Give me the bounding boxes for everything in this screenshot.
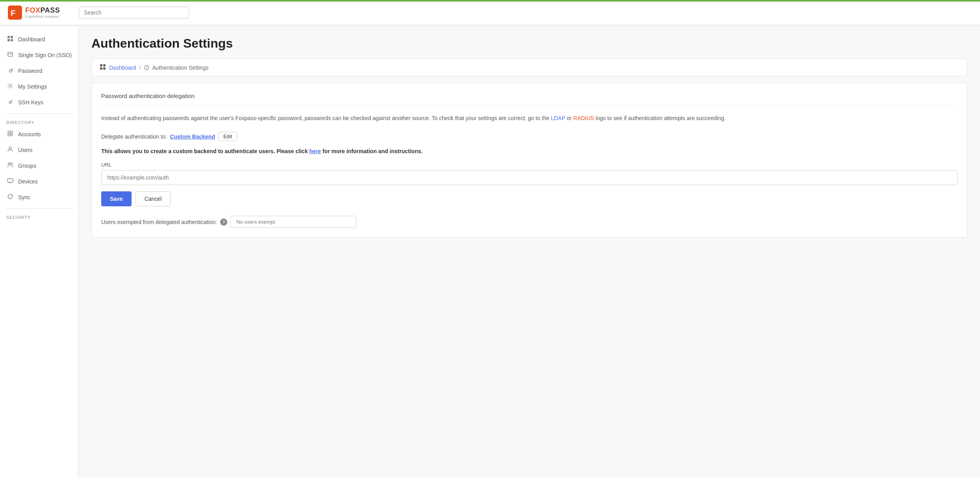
- sidebar-divider-1: [6, 113, 72, 114]
- logo-name: FOXPASS: [25, 6, 60, 15]
- sidebar-label-sync: Sync: [18, 194, 30, 200]
- svg-text:F: F: [11, 9, 15, 17]
- breadcrumb-current: Authentication Settings: [144, 65, 208, 71]
- sidebar-label-sso: Single Sign On (SSO): [18, 52, 72, 58]
- foxpass-logo-icon: F: [8, 6, 22, 20]
- svg-rect-2: [7, 36, 10, 38]
- security-label: SECURITY: [0, 212, 78, 221]
- svg-point-27: [147, 69, 147, 69]
- top-accent-bar: [0, 0, 980, 2]
- svg-rect-5: [11, 39, 13, 41]
- accounts-icon: [6, 130, 14, 138]
- sidebar-label-users: Users: [18, 147, 33, 153]
- logo-subtitle: a splashtop company: [25, 15, 60, 19]
- sidebar-label-ssh-keys: SSH Keys: [18, 99, 43, 106]
- users-icon: [6, 146, 14, 154]
- sidebar-item-my-settings[interactable]: My Settings: [0, 79, 78, 94]
- svg-rect-4: [7, 39, 10, 41]
- svg-point-17: [8, 163, 10, 165]
- breadcrumb-home-icon: [100, 64, 106, 71]
- delegate-value-link[interactable]: Custom Backend: [170, 133, 215, 140]
- svg-rect-12: [8, 131, 10, 133]
- card-section-title: Password authentication delegation: [101, 93, 958, 106]
- sidebar-label-devices: Devices: [18, 178, 38, 185]
- svg-rect-25: [103, 67, 106, 70]
- url-input[interactable]: [101, 170, 958, 185]
- sidebar-label-my-settings: My Settings: [18, 83, 47, 90]
- svg-rect-3: [11, 36, 13, 38]
- cancel-button[interactable]: Cancel: [135, 191, 171, 206]
- dashboard-icon: [6, 35, 14, 43]
- exempt-label: Users exempted from delegated authentica…: [101, 219, 217, 225]
- sidebar-item-ssh-keys[interactable]: SSH Keys: [0, 94, 78, 110]
- delegate-label: Delegate authentication to:: [101, 133, 167, 140]
- exempt-row: Users exempted from delegated authentica…: [101, 216, 958, 228]
- sidebar-item-sso[interactable]: Single Sign On (SSO): [0, 47, 78, 63]
- sidebar-item-devices[interactable]: Devices: [0, 174, 78, 189]
- app-layout: Dashboard Single Sign On (SSO) Password …: [0, 27, 980, 478]
- sidebar-label-dashboard: Dashboard: [18, 36, 45, 43]
- svg-rect-15: [11, 134, 13, 136]
- sso-icon: [6, 51, 14, 59]
- here-link[interactable]: here: [309, 148, 321, 154]
- svg-point-16: [9, 147, 11, 149]
- ldap-link[interactable]: LDAP: [551, 115, 565, 121]
- logo-fox: FOX: [25, 6, 41, 14]
- sidebar: Dashboard Single Sign On (SSO) Password …: [0, 27, 79, 478]
- button-row: Save Cancel: [101, 191, 958, 206]
- header: F FOXPASS a splashtop company: [0, 0, 980, 25]
- search-input[interactable]: [84, 9, 184, 16]
- edit-button[interactable]: Edit: [218, 132, 237, 141]
- sidebar-label-accounts: Accounts: [18, 131, 41, 137]
- logo-text: FOXPASS a splashtop company: [25, 6, 60, 19]
- svg-rect-14: [8, 134, 10, 136]
- sidebar-item-password[interactable]: Password: [0, 63, 78, 79]
- breadcrumb: Dashboard / Authentication Settings: [91, 59, 967, 76]
- sidebar-item-sync[interactable]: Sync: [0, 189, 78, 205]
- svg-rect-23: [103, 64, 106, 67]
- svg-line-9: [12, 69, 13, 70]
- auth-settings-card: Password authentication delegation Inste…: [91, 83, 967, 238]
- sidebar-item-users[interactable]: Users: [0, 142, 78, 158]
- sidebar-divider-2: [6, 208, 72, 209]
- devices-icon: [6, 178, 14, 185]
- sidebar-label-password: Password: [18, 68, 42, 74]
- card-description: Instead of authenticating passwords agai…: [101, 114, 958, 122]
- main-content: Authentication Settings Dashboard / Auth…: [79, 27, 980, 478]
- help-icon[interactable]: ?: [220, 219, 227, 226]
- page-title: Authentication Settings: [91, 36, 967, 51]
- search-bar[interactable]: [79, 7, 189, 19]
- sidebar-item-accounts[interactable]: Accounts: [0, 126, 78, 142]
- svg-point-10: [9, 85, 11, 87]
- breadcrumb-home-link[interactable]: Dashboard: [109, 65, 136, 71]
- svg-point-18: [10, 163, 12, 165]
- url-label: URL: [101, 162, 958, 168]
- custom-backend-info: This allows you to create a custom backe…: [101, 147, 958, 156]
- sidebar-label-groups: Groups: [18, 163, 36, 169]
- radius-link[interactable]: RADIUS: [573, 115, 594, 121]
- svg-rect-22: [100, 64, 102, 67]
- breadcrumb-home-label: Dashboard: [109, 65, 136, 71]
- save-button[interactable]: Save: [101, 191, 132, 206]
- logo: F FOXPASS a splashtop company: [8, 6, 71, 20]
- svg-rect-6: [8, 52, 13, 56]
- breadcrumb-current-label: Authentication Settings: [152, 65, 208, 71]
- sync-icon: [6, 193, 14, 201]
- password-icon: [6, 67, 14, 75]
- exempt-input[interactable]: [230, 216, 356, 228]
- svg-rect-13: [11, 131, 13, 133]
- custom-backend-bold: This allows you to create a custom backe…: [101, 148, 423, 154]
- ssh-icon: [6, 98, 14, 106]
- settings-icon: [6, 83, 14, 91]
- svg-rect-19: [7, 179, 13, 182]
- logo-pass: PASS: [41, 6, 60, 14]
- sidebar-item-dashboard[interactable]: Dashboard: [0, 31, 78, 47]
- svg-rect-24: [100, 67, 102, 70]
- directory-label: DIRECTORY: [0, 117, 78, 126]
- sidebar-item-groups[interactable]: Groups: [0, 158, 78, 174]
- breadcrumb-separator: /: [139, 65, 141, 71]
- delegate-row: Delegate authentication to: Custom Backe…: [101, 132, 958, 141]
- groups-icon: [6, 162, 14, 170]
